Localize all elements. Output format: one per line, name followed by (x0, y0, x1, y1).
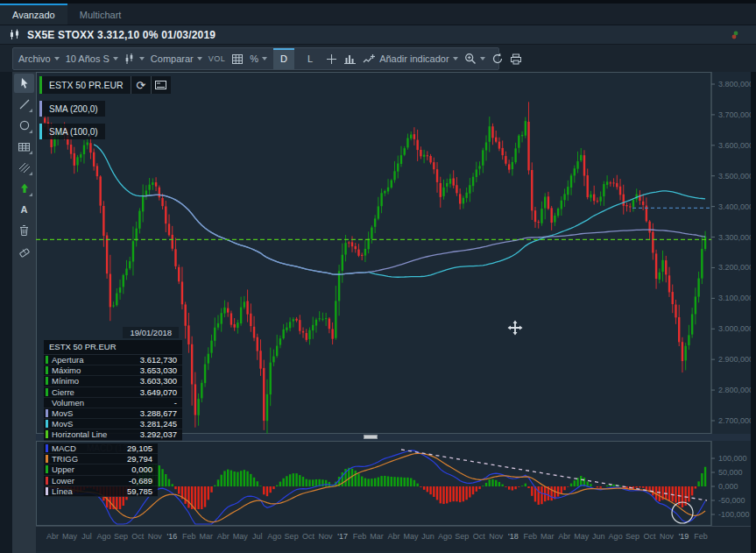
time-axis-label: Oct (473, 532, 485, 541)
line-tool[interactable] (14, 95, 34, 114)
svg-text:3.800,000: 3.800,000 (718, 80, 751, 89)
time-axis-label: Jul (81, 532, 92, 541)
left-gutter (0, 72, 12, 553)
arrow-marker-tool[interactable] (14, 179, 34, 198)
compare-label: Comparar (151, 53, 194, 64)
legend-main-series[interactable]: ESTX 50 PR.EUR ⟳ (39, 76, 171, 94)
refresh-icon (491, 53, 504, 65)
print-button[interactable] (510, 48, 522, 69)
parallel-lines-tool[interactable] (14, 158, 34, 177)
legend-refresh-icon[interactable]: ⟳ (131, 76, 151, 94)
time-axis-label: Nov (319, 532, 333, 541)
fibonacci-tool[interactable] (14, 137, 34, 156)
eraser-tool-icon (18, 245, 31, 258)
volume-style-button[interactable] (343, 48, 357, 69)
ellipse-tool[interactable] (14, 116, 34, 135)
tooltip-row: Apertura3.612,730 (44, 355, 182, 365)
chart-tab-bar: Avanzado Multichart (0, 4, 756, 25)
svg-text:100,000: 100,000 (718, 454, 747, 463)
time-axis-label: Mar (200, 532, 214, 541)
time-axis-label: Abr (387, 532, 399, 541)
chevron-down-icon (197, 57, 202, 60)
tab-multichart[interactable]: Multichart (67, 4, 134, 25)
chart-legend: ESTX 50 PR.EUR ⟳ SMA (200,0) SMA (100,0) (39, 76, 171, 146)
legend-sma200[interactable]: SMA (200,0) (39, 101, 105, 117)
add-indicator-menu[interactable]: Añadir indicador (363, 48, 458, 69)
range-select[interactable]: 10 Años S (66, 48, 118, 69)
daily-interval-button[interactable]: D (273, 48, 294, 69)
tooltip-row: Máximo3.653,030 (44, 365, 182, 376)
time-axis-label: Sep (625, 532, 639, 541)
macd-tooltip-row: Línea59,785 (44, 486, 158, 497)
time-axis[interactable]: AbrMayJulAgoSepOctNov'16FebMarAbrMayJulA… (36, 526, 751, 551)
tooltip-row: Horizontal Line3.292,037 (44, 429, 182, 440)
chevron-down-icon (480, 57, 485, 60)
refresh-glyph: ⟳ (136, 79, 145, 92)
pointer-tool-icon (18, 77, 31, 89)
instrument-chart-icon (9, 29, 20, 40)
tooltip-box: ESTX 50 PR.EUR Apertura3.612,730Máximo3.… (44, 340, 182, 441)
eraser-tool[interactable] (14, 242, 34, 261)
print-icon (510, 53, 522, 65)
crosshair-plus-button[interactable] (326, 48, 337, 69)
ohlc-tooltip: 19/01/2018 ESTX 50 PR.EUR Apertura3.612,… (44, 327, 182, 441)
time-axis-label: Ago (267, 532, 281, 541)
drawing-tool-sidebar: A (12, 72, 36, 553)
legend-sma100[interactable]: SMA (100,0) (39, 124, 105, 139)
volume-toggle[interactable]: VOL (208, 48, 226, 69)
svg-text:3.200,000: 3.200,000 (718, 263, 751, 272)
time-axis-label: Feb (353, 532, 367, 541)
tool-submenu-marker (29, 193, 32, 196)
svg-text:-50,000: -50,000 (718, 496, 745, 505)
time-axis-label: Jun (592, 532, 605, 541)
time-axis-label: Abr (558, 532, 570, 541)
trash-tool[interactable] (14, 221, 34, 240)
tooltip-date: 19/01/2018 (123, 327, 179, 338)
tooltip-row: Cierre3.649,070 (44, 387, 182, 398)
compare-menu[interactable]: Comparar (151, 48, 202, 69)
toolbar-row: Archivo 10 Años S Comparar VOL % D L (0, 45, 756, 72)
legend-settings-icon[interactable] (151, 76, 171, 94)
refresh-button[interactable] (491, 48, 504, 69)
svg-text:3.000,000: 3.000,000 (718, 324, 751, 333)
time-axis-label: Jul (252, 532, 263, 541)
file-menu[interactable]: Archivo (18, 48, 60, 69)
svg-text:2.800,000: 2.800,000 (718, 386, 751, 394)
time-axis-label: Abr (46, 532, 59, 541)
pointer-tool[interactable] (14, 74, 34, 93)
svg-text:-100,000: -100,000 (718, 510, 750, 519)
svg-text:2.700,000: 2.700,000 (718, 416, 751, 425)
splitter-handle[interactable] (364, 435, 378, 439)
tooltip-row: Volumen- (44, 398, 182, 408)
volume-chart-icon (343, 53, 357, 65)
grid-layout-button[interactable] (231, 48, 244, 69)
tab-avanzado[interactable]: Avanzado (0, 4, 67, 25)
time-axis-label: Ago (96, 532, 110, 541)
legend-main-label: ESTX 50 PR.EUR (42, 76, 131, 94)
chevron-down-icon (139, 57, 145, 60)
percent-scale-select[interactable]: % (250, 48, 267, 69)
chevron-down-icon (54, 57, 60, 60)
macd-tooltip: MACD29,105TRIGG29,794Upper0,000Lower-0,6… (44, 442, 158, 497)
svg-text:3.500,000: 3.500,000 (718, 172, 751, 181)
tool-submenu-marker (29, 130, 32, 133)
time-axis-label: '19 (679, 532, 689, 541)
trash-tool-icon (18, 224, 30, 237)
zoom-menu[interactable] (464, 48, 485, 69)
chevron-down-icon (453, 57, 458, 60)
add-indicator-icon (363, 53, 376, 65)
legend-sma100-label: SMA (100,0) (42, 124, 105, 139)
time-axis-label: Oct (131, 532, 144, 541)
linear-scale-button[interactable]: L (300, 48, 320, 69)
time-axis-label: Feb (694, 532, 708, 541)
chart-toolbar: Archivo 10 Años S Comparar VOL % D L (12, 47, 499, 70)
right-gutter (751, 72, 756, 553)
time-axis-label: Oct (302, 532, 314, 541)
time-axis-label: Abr (217, 532, 230, 541)
svg-text:3.100,000: 3.100,000 (718, 294, 751, 302)
text-tool[interactable]: A (14, 200, 34, 219)
chart-type-select[interactable] (124, 48, 145, 69)
tool-submenu-marker (29, 172, 32, 175)
svg-text:2.900,000: 2.900,000 (718, 355, 751, 364)
tooltip-row: Mínimo3.603,300 (44, 376, 182, 386)
